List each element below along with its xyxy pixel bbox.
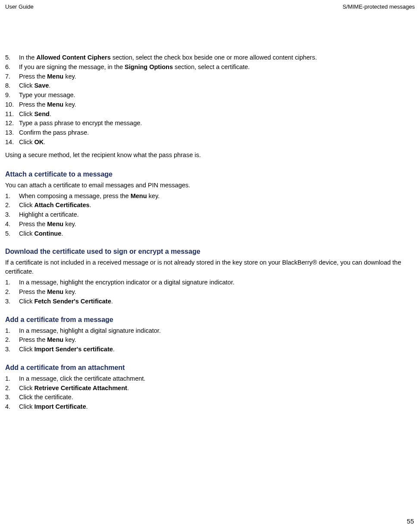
list-item: 2.Click Attach Certificates. — [3, 201, 417, 210]
list-number: 3. — [5, 210, 19, 220]
list-item: 4.Press the Menu key. — [3, 220, 417, 229]
list-text: In the Allowed Content Ciphers section, … — [19, 53, 317, 63]
list-number: 6. — [5, 63, 19, 72]
list-text: In a message, highlight a digital signat… — [19, 326, 161, 336]
list-number: 2. — [5, 201, 19, 210]
header-left: User Guide — [5, 3, 34, 10]
list-item: 3.Click Import Sender's certificate. — [3, 345, 417, 354]
bold-term: Allowed Content Ciphers — [36, 54, 110, 61]
list-text: Press the Menu key. — [19, 100, 76, 110]
list-text: Click Attach Certificates. — [19, 201, 91, 210]
list-text: Highlight a certificate. — [19, 210, 79, 220]
list-text: In a message, click the certificate atta… — [19, 374, 145, 384]
bold-term: Menu — [47, 73, 63, 80]
bold-term: Import Certificate — [34, 403, 86, 410]
list-text: Press the Menu key. — [19, 287, 76, 297]
list-text: Click Fetch Sender's Certificate. — [19, 297, 113, 306]
list-text: Click Import Sender's certificate. — [19, 345, 115, 354]
sections-container: Attach a certificate to a messageYou can… — [3, 170, 417, 412]
list-item: 10.Press the Menu key. — [3, 100, 417, 110]
section-heading: Attach a certificate to a message — [3, 170, 417, 178]
list-text: Click Continue. — [19, 229, 63, 239]
list-item: 1.In a message, click the certificate at… — [3, 374, 417, 384]
list-text: Press the Menu key. — [19, 335, 76, 345]
page-content: 5.In the Allowed Content Ciphers section… — [3, 53, 417, 412]
list-text: Click Send. — [19, 110, 51, 119]
bold-term: Menu — [47, 101, 63, 108]
list-item: 5.In the Allowed Content Ciphers section… — [3, 53, 417, 63]
list-item: 6.If you are signing the message, in the… — [3, 63, 417, 72]
list-item: 1.When composing a message, press the Me… — [3, 192, 417, 201]
list-text: If you are signing the message, in the S… — [19, 63, 250, 72]
list-text: Click Save. — [19, 81, 50, 91]
bold-term: Continue — [34, 230, 61, 237]
list-item: 3.Click Fetch Sender's Certificate. — [3, 297, 417, 306]
list-text: When composing a message, press the Menu… — [19, 192, 160, 201]
list-number: 2. — [5, 287, 19, 297]
steps-list: 1.In a message, highlight the encryption… — [3, 278, 417, 306]
list-item: 2.Press the Menu key. — [3, 335, 417, 345]
bold-term: Menu — [47, 288, 63, 295]
list-item: 3.Highlight a certificate. — [3, 210, 417, 220]
list-number: 1. — [5, 192, 19, 201]
list-item: 11.Click Send. — [3, 110, 417, 119]
list-number: 1. — [5, 326, 19, 336]
list-text: Type your message. — [19, 91, 75, 100]
list-number: 10. — [5, 100, 19, 110]
list-number: 3. — [5, 345, 19, 354]
list-item: 12.Type a pass phrase to encrypt the mes… — [3, 119, 417, 128]
list-number: 5. — [5, 53, 19, 63]
list-number: 1. — [5, 374, 19, 384]
list-number: 2. — [5, 384, 19, 393]
list-text: Confirm the pass phrase. — [19, 128, 89, 138]
list-text: Click Retrieve Certificate Attachment. — [19, 384, 129, 393]
steps-list: 1.In a message, click the certificate at… — [3, 374, 417, 412]
bold-term: Menu — [47, 221, 63, 227]
bold-term: Menu — [47, 336, 63, 343]
section-heading: Add a certificate from an attachment — [3, 364, 417, 372]
list-text: Press the Menu key. — [19, 72, 76, 82]
list-item: 3.Click the certificate. — [3, 393, 417, 402]
bold-term: Signing Options — [125, 63, 173, 70]
list-item: 1.In a message, highlight the encryption… — [3, 278, 417, 287]
list-number: 13. — [5, 128, 19, 138]
steps-list: 1.In a message, highlight a digital sign… — [3, 326, 417, 354]
list-item: 5.Click Continue. — [3, 229, 417, 239]
list-number: 5. — [5, 229, 19, 239]
list-item: 8.Click Save. — [3, 81, 417, 91]
bold-term: Menu — [131, 192, 147, 199]
note-paragraph: Using a secure method, let the recipient… — [3, 151, 417, 158]
list-item: 13.Confirm the pass phrase. — [3, 128, 417, 138]
section-heading: Add a certificate from a message — [3, 316, 417, 324]
page-number: 55 — [407, 517, 414, 525]
bold-term: Fetch Sender's Certificate — [34, 298, 111, 305]
list-item: 7.Press the Menu key. — [3, 72, 417, 82]
bold-term: OK — [34, 139, 44, 145]
bold-term: Retrieve Certificate Attachment — [34, 385, 127, 391]
list-number: 8. — [5, 81, 19, 91]
list-text: Type a pass phrase to encrypt the messag… — [19, 119, 142, 128]
list-text: In a message, highlight the encryption i… — [19, 278, 235, 287]
section-intro: You can attach a certificate to email me… — [3, 181, 417, 190]
list-number: 12. — [5, 119, 19, 128]
list-text: Click OK. — [19, 138, 45, 147]
list-number: 2. — [5, 335, 19, 345]
header-right: S/MIME-protected messages — [342, 3, 415, 10]
list-item: 14.Click OK. — [3, 138, 417, 147]
list-text: Click Import Certificate. — [19, 402, 88, 412]
list-text: Press the Menu key. — [19, 220, 76, 229]
list-number: 3. — [5, 297, 19, 306]
list-number: 4. — [5, 402, 19, 412]
list-number: 4. — [5, 220, 19, 229]
list-number: 3. — [5, 393, 19, 402]
instruction-list-continued: 5.In the Allowed Content Ciphers section… — [3, 53, 417, 147]
bold-term: Attach Certificates — [34, 202, 89, 208]
list-number: 1. — [5, 278, 19, 287]
page-header: User Guide S/MIME-protected messages — [3, 3, 417, 10]
list-item: 1.In a message, highlight a digital sign… — [3, 326, 417, 336]
list-item: 9.Type your message. — [3, 91, 417, 100]
list-item: 2.Click Retrieve Certificate Attachment. — [3, 384, 417, 393]
list-number: 7. — [5, 72, 19, 82]
list-text: Click the certificate. — [19, 393, 73, 402]
section-intro: If a certificate is not included in a re… — [3, 258, 417, 276]
